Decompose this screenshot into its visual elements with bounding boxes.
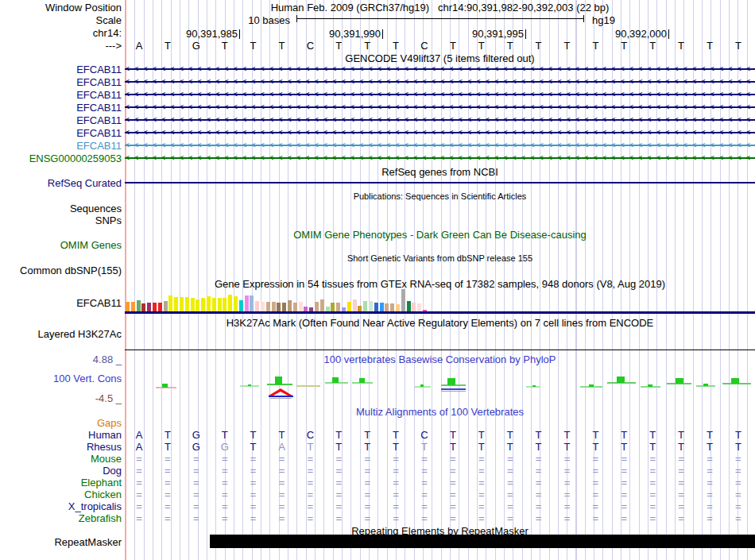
alignment-base: T [667, 441, 695, 453]
gtex-tissue-bar [390, 303, 394, 311]
alignment-gap-mark: = [724, 489, 753, 500]
species-label[interactable]: X_tropicalis [0, 500, 122, 512]
common-dbsnp-label[interactable]: Common dbSNP(155) [0, 265, 122, 276]
transcript-label[interactable]: EFCAB11 [0, 127, 122, 139]
alignment-base: C [296, 429, 324, 441]
species-label[interactable]: Elephant [0, 477, 122, 489]
alignment-gap-mark: = [268, 489, 296, 500]
sequence-base: C [296, 40, 324, 52]
gtex-tissue-bar [185, 297, 189, 311]
alignment-gap-mark: = [211, 489, 239, 500]
alignment-gap-mark: = [381, 465, 410, 477]
alignment-base: T [638, 429, 667, 441]
transcript-label[interactable]: ENSG00000259053 [0, 153, 122, 164]
gtex-tissue-bar [320, 299, 324, 311]
coordinate-tick [382, 29, 383, 39]
transcript-label[interactable]: EFCAB11 [0, 64, 122, 75]
alignment-gap-mark: = [182, 477, 211, 489]
alignment-gap-mark: = [125, 512, 153, 524]
sequences-label[interactable]: Sequences [0, 203, 122, 214]
conservation-bar [617, 377, 625, 383]
transcript-line[interactable]: <<<<<<<<<<<<<<<<<<<<<<<<<<<<<<<<<<<<<<<<… [125, 153, 755, 164]
transcript-label[interactable]: EFCAB11 [0, 76, 122, 88]
species-label[interactable]: Gaps [0, 417, 122, 429]
sequence-base: T [268, 40, 296, 52]
gtex-tissue-bar [385, 303, 389, 311]
transcript-line[interactable]: <<<<<<<<<<<<<<<<<<<<<<<<<<<<<<<<<<<<<<<<… [125, 140, 755, 151]
transcript-line[interactable]: <<<<<<<<<<<<<<<<<<<<<<<<<<<<<<<<<<<<<<<<… [125, 76, 755, 87]
alignment-gap-mark: = [610, 465, 638, 477]
conservation-bar [731, 378, 739, 384]
coordinate-tick [239, 29, 240, 39]
species-label[interactable]: Mouse [0, 453, 122, 465]
gtex-tissue-bar [147, 303, 151, 311]
gtex-tissue-bar [347, 302, 351, 311]
conservation-bar [589, 384, 594, 387]
species-label[interactable]: Rhesus [0, 441, 122, 453]
species-label[interactable]: Human [0, 429, 122, 441]
alignment-gap-mark: = [439, 489, 467, 500]
alignment-base: T [667, 429, 695, 441]
gtex-tissue-bar [228, 295, 232, 311]
species-label[interactable]: Chicken [0, 489, 122, 500]
alignment-base: T [410, 441, 439, 453]
alignment-gap-mark: = [353, 477, 381, 489]
vert-cons-label[interactable]: 100 Vert. Cons [0, 373, 122, 384]
transcript-label[interactable]: EFCAB11 [0, 89, 122, 101]
species-label[interactable]: Zebrafish [0, 512, 122, 524]
alignment-gap-mark: = [153, 489, 182, 500]
alignment-gap-mark: = [296, 512, 324, 524]
transcript-label[interactable]: EFCAB11 [0, 102, 122, 114]
layered-h3k27ac-label[interactable]: Layered H3K27Ac [0, 328, 122, 340]
gtex-tissue-bar [255, 301, 259, 311]
transcript-label[interactable]: EFCAB11 [0, 114, 122, 126]
gtex-tissue-bar [396, 304, 400, 311]
h3k27ac-baseline [125, 350, 755, 350]
alignment-gap-mark: = [296, 477, 324, 489]
conservation-bar [275, 377, 282, 384]
gtex-tissue-bar [363, 301, 367, 311]
gtex-tissue-bar [126, 302, 130, 311]
alignment-gap-mark: = [125, 500, 153, 512]
gtex-tissue-bar [331, 303, 335, 311]
gtex-tissue-bar [250, 295, 254, 311]
alignment-gap-mark: = [667, 465, 695, 477]
alignment-gap-mark: = [695, 477, 724, 489]
omim-genes-label[interactable]: OMIM Genes [0, 239, 122, 251]
publications-track-title: Publications: Sequences in Scientific Ar… [125, 191, 755, 201]
alignment-gap-mark: = [410, 453, 439, 465]
transcript-line[interactable]: <<<<<<<<<<<<<<<<<<<<<<<<<<<<<<<<<<<<<<<<… [125, 114, 755, 126]
repeat-element-bar[interactable] [210, 535, 755, 548]
transcript-label[interactable]: EFCAB11 [0, 140, 122, 152]
transcript-line[interactable]: <<<<<<<<<<<<<<<<<<<<<<<<<<<<<<<<<<<<<<<<… [125, 102, 755, 113]
gtex-tissue-bar [293, 303, 297, 311]
gtex-gene-label[interactable]: EFCAB11 [0, 297, 122, 309]
alignment-base: G [182, 441, 211, 453]
window-position-label: Window Position [0, 2, 122, 14]
conservation-bar [676, 378, 683, 384]
species-label[interactable]: Dog [0, 465, 122, 477]
snps-label[interactable]: SNPs [0, 214, 122, 226]
gtex-tissue-bar [266, 302, 270, 311]
alignment-gap-mark: = [125, 477, 153, 489]
sequence-base: T [496, 40, 525, 52]
strand-arrows-left: <<<<<<<<<<<<<<<<<<<<<<<<<<<<<<<<<<<<<<<<… [125, 153, 755, 164]
transcript-line[interactable]: <<<<<<<<<<<<<<<<<<<<<<<<<<<<<<<<<<<<<<<<… [125, 89, 755, 100]
dbsnp-track-title: Short Genetic Variants from dbSNP releas… [125, 253, 755, 263]
conservation-negative-line2 [441, 391, 466, 392]
strand-arrow-label[interactable]: ---> [0, 40, 122, 52]
refseq-curated-line[interactable] [125, 182, 755, 183]
alignment-gap-mark: = [581, 453, 610, 465]
alignment-gap-mark: = [496, 477, 525, 489]
repeatmasker-label[interactable]: RepeatMasker [0, 536, 122, 548]
transcript-line[interactable]: <<<<<<<<<<<<<<<<<<<<<<<<<<<<<<<<<<<<<<<<… [125, 127, 755, 138]
transcript-line[interactable]: <<<<<<<<<<<<<<<<<<<<<<<<<<<<<<<<<<<<<<<<… [125, 64, 755, 75]
alignment-base: T [525, 429, 553, 441]
gtex-tissue-bar [218, 298, 222, 311]
alignment-gap-mark: = [439, 512, 467, 524]
refseq-curated-label[interactable]: RefSeq Curated [0, 177, 122, 189]
conservation-bar [162, 384, 168, 388]
alignment-gap-mark: = [610, 477, 638, 489]
alignment-gap-mark: = [667, 512, 695, 524]
alignment-base: T [324, 429, 353, 441]
